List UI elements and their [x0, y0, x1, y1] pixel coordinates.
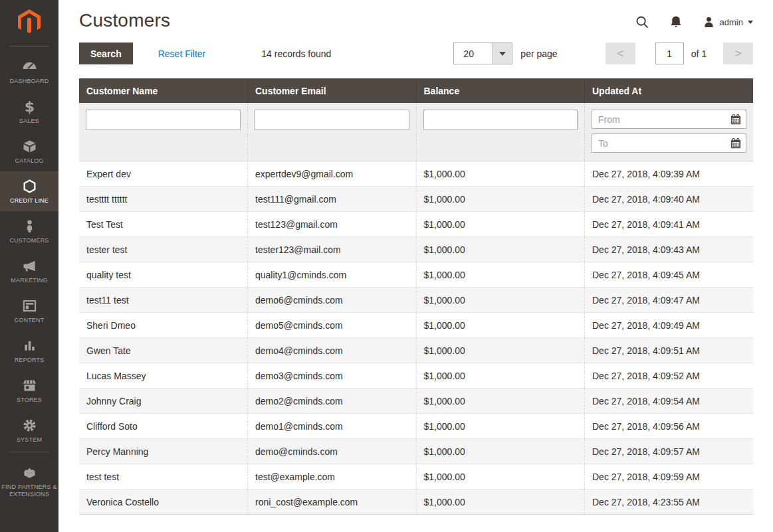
cell-customer-name: Percy Manning [79, 439, 248, 464]
marketing-icon [1, 258, 57, 274]
cell-balance: $1,000.00 [416, 363, 585, 389]
calendar-icon[interactable] [730, 137, 743, 149]
sidebar-item-reports[interactable]: REPORTS [0, 331, 58, 371]
stores-icon [1, 378, 57, 394]
table-row[interactable]: Percy Manningdemo@cminds.com$1,000.00Dec… [79, 439, 753, 464]
cell-balance: $1,000.00 [416, 464, 585, 489]
magento-logo[interactable] [0, 0, 58, 44]
cell-customer-email: quality1@cminds.com [248, 262, 417, 288]
current-page-input[interactable] [655, 43, 684, 64]
filter-customer-name-input[interactable] [86, 110, 241, 130]
cell-updated-at: Dec 27, 2018, 4:09:49 AM [585, 313, 754, 338]
cell-customer-name: tester test [79, 237, 248, 262]
cell-updated-at: Dec 27, 2018, 4:09:39 AM [585, 161, 754, 187]
admin-menu[interactable]: admin [703, 16, 753, 29]
cell-customer-email: demo6@cminds.com [248, 288, 417, 313]
table-row[interactable]: Test Testtest123@gmail.com$1,000.00Dec 2… [79, 212, 753, 237]
cell-customer-name: test test [79, 464, 248, 489]
sidebar-item-stores[interactable]: STORES [0, 371, 58, 410]
sidebar-item-marketing[interactable]: MARKETING [0, 251, 58, 291]
cell-customer-name: Sheri Dmeo [79, 313, 248, 338]
cell-updated-at: Dec 27, 2018, 4:09:51 AM [585, 338, 754, 363]
calendar-icon[interactable] [730, 113, 743, 126]
sidebar-item-label: CUSTOMERS [1, 237, 57, 244]
cell-balance: $1,000.00 [416, 212, 585, 237]
cell-updated-at: Dec 27, 2018, 4:09:43 AM [585, 237, 754, 262]
table-header-row: Customer Name Customer Email Balance Upd… [79, 78, 753, 103]
cell-customer-email: demo5@cminds.com [248, 313, 417, 338]
sidebar-item-customers[interactable]: CUSTOMERS [0, 211, 58, 251]
sidebar-item-label: FIND PARTNERS & EXTENSIONS [1, 484, 57, 498]
table-row[interactable]: Sheri Dmeodemo5@cminds.com$1,000.00Dec 2… [79, 313, 753, 338]
reset-filter-link[interactable]: Reset Filter [158, 48, 206, 59]
search-icon[interactable] [635, 15, 649, 29]
table-row[interactable]: Veronica Costelloroni_cost@example.com$1… [79, 489, 753, 515]
table-row[interactable]: test11 testdemo6@cminds.com$1,000.00Dec … [79, 288, 753, 313]
table-row[interactable]: tester testtester123@mail.com$1,000.00De… [79, 237, 753, 262]
filter-date-to-input[interactable] [592, 133, 746, 153]
cell-customer-email: test@example.com [248, 464, 417, 489]
catalog-icon [1, 139, 57, 155]
search-button[interactable]: Search [79, 43, 133, 64]
cell-customer-email: demo2@cminds.com [248, 389, 417, 414]
filter-date-from-input[interactable] [592, 110, 746, 129]
table-row[interactable]: Expert devexpertdev9@gmail.com$1,000.00D… [79, 161, 753, 187]
column-header-balance[interactable]: Balance [416, 78, 585, 103]
sidebar: DASHBOARD$SALESCATALOGCREDIT LINECUSTOME… [0, 0, 58, 532]
total-pages-label: of 1 [691, 48, 707, 59]
credit-line-icon [1, 179, 57, 195]
sidebar-item-system[interactable]: SYSTEM [0, 410, 58, 450]
table-row[interactable]: quality testquality1@cminds.com$1,000.00… [79, 262, 753, 288]
notifications-bell-icon[interactable] [669, 15, 683, 29]
page-size-select[interactable]: 20 [453, 43, 512, 64]
sidebar-item-content[interactable]: CONTENT [0, 291, 58, 331]
sidebar-item-label: SALES [1, 118, 57, 125]
table-row[interactable]: testttt tttttttest111@gmail.com$1,000.00… [79, 187, 753, 212]
system-icon [1, 418, 57, 434]
table-row[interactable]: Lucas Masseydemo3@cminds.com$1,000.00Dec… [79, 363, 753, 389]
sidebar-item-sales[interactable]: $SALES [0, 92, 58, 132]
column-header-updated-at[interactable]: Updated At [585, 78, 754, 103]
sidebar-item-dashboard[interactable]: DASHBOARD [0, 52, 58, 92]
cell-customer-email: expertdev9@gmail.com [248, 161, 417, 187]
next-page-button[interactable]: > [723, 43, 753, 64]
table-row[interactable]: test testtest@example.com$1,000.00Dec 27… [79, 464, 753, 489]
table-row[interactable]: Clifford Sotodemo1@cminds.com$1,000.00De… [79, 414, 753, 439]
sidebar-item-credit-line[interactable]: CREDIT LINE [0, 171, 58, 211]
cell-customer-name: Test Test [79, 212, 248, 237]
sidebar-item-label: REPORTS [1, 357, 57, 364]
extensions-icon [1, 465, 57, 481]
cell-updated-at: Dec 27, 2018, 4:09:59 AM [585, 464, 754, 489]
admin-username: admin [720, 17, 743, 27]
page-size-dropdown-button[interactable] [493, 43, 512, 64]
cell-balance: $1,000.00 [416, 414, 585, 439]
cell-updated-at: Dec 27, 2018, 4:09:41 AM [585, 212, 754, 237]
cell-balance: $1,000.00 [416, 338, 585, 363]
cell-balance: $1,000.00 [416, 187, 585, 212]
table-row[interactable]: Gwen Tatedemo4@cminds.com$1,000.00Dec 27… [79, 338, 753, 363]
cell-updated-at: Dec 27, 2018, 4:09:40 AM [585, 187, 754, 212]
cell-balance: $1,000.00 [416, 237, 585, 262]
table-row[interactable]: Johnny Craigdemo2@cminds.com$1,000.00Dec… [79, 389, 753, 414]
column-header-customer-email[interactable]: Customer Email [248, 78, 417, 103]
previous-page-button[interactable]: < [606, 43, 635, 64]
column-header-customer-name[interactable]: Customer Name [79, 78, 248, 103]
cell-updated-at: Dec 27, 2018, 4:09:47 AM [585, 288, 754, 313]
sidebar-item-find-partners[interactable]: FIND PARTNERS & EXTENSIONS [0, 458, 58, 505]
cell-customer-email: test123@gmail.com [248, 212, 417, 237]
cell-customer-email: test111@gmail.com [248, 187, 417, 212]
cell-balance: $1,000.00 [416, 288, 585, 313]
page-title: Customers [79, 10, 170, 31]
sidebar-item-label: STORES [1, 397, 57, 404]
cell-customer-name: test11 test [79, 288, 248, 313]
sidebar-item-catalog[interactable]: CATALOG [0, 132, 58, 171]
cell-customer-name: Gwen Tate [79, 338, 248, 363]
cell-customer-email: roni_cost@example.com [248, 489, 417, 515]
cell-updated-at: Dec 27, 2018, 4:09:45 AM [585, 262, 754, 288]
sidebar-item-label: SYSTEM [1, 436, 57, 444]
main-content: Customers admin [58, 0, 773, 532]
filter-customer-email-input[interactable] [255, 110, 409, 130]
filter-balance-input[interactable] [423, 110, 578, 130]
cell-customer-email: demo1@cminds.com [248, 414, 417, 439]
sidebar-divider [9, 452, 49, 452]
